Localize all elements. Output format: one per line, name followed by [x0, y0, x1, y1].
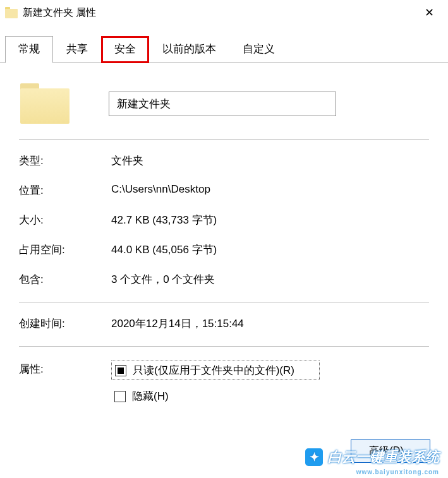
attributes-label: 属性:: [19, 361, 111, 403]
contains-value: 3 个文件，0 个文件夹: [111, 272, 429, 287]
tab-general[interactable]: 常规: [5, 36, 53, 63]
created-value: 2020年12月14日，15:15:44: [111, 316, 429, 331]
row-attributes: 属性: 只读(仅应用于文件夹中的文件)(R) 隐藏(H): [19, 361, 429, 403]
watermark-icon: ✦: [305, 448, 323, 466]
hidden-checkbox-row[interactable]: 隐藏(H): [114, 389, 429, 403]
close-icon: ✕: [425, 6, 434, 20]
ondisk-label: 占用空间:: [19, 242, 111, 257]
tab-security[interactable]: 安全: [101, 36, 149, 63]
window-title: 新建文件夹 属性: [23, 6, 96, 20]
tab-customize[interactable]: 自定义: [229, 36, 288, 63]
separator: [19, 139, 429, 140]
row-created: 创建时间: 2020年12月14日，15:15:44: [19, 316, 429, 331]
ondisk-value: 44.0 KB (45,056 字节): [111, 242, 429, 257]
tab-bar: 常规 共享 安全 以前的版本 自定义: [0, 35, 448, 63]
separator: [19, 302, 429, 302]
folder-name-input[interactable]: 新建文件夹: [109, 92, 336, 116]
type-value: 文件夹: [111, 153, 429, 168]
tab-previous-versions[interactable]: 以前的版本: [149, 36, 229, 63]
close-button[interactable]: ✕: [415, 3, 443, 22]
watermark-sub: www.baiyunxitong.com: [356, 469, 439, 475]
row-size: 大小: 42.7 KB (43,733 字节): [19, 213, 429, 227]
row-contains: 包含: 3 个文件，0 个文件夹: [19, 272, 429, 287]
location-value: C:\Users\nn\Desktop: [111, 183, 429, 198]
tab-sharing[interactable]: 共享: [53, 36, 101, 63]
checkbox-tristate-icon: [115, 365, 126, 376]
row-size-on-disk: 占用空间: 44.0 KB (45,056 字节): [19, 242, 429, 257]
readonly-label: 只读(仅应用于文件夹中的文件)(R): [133, 363, 294, 378]
size-value: 42.7 KB (43,733 字节): [111, 213, 429, 227]
title-bar: 新建文件夹 属性 ✕: [0, 0, 448, 24]
advanced-button[interactable]: 高级(D)...: [351, 439, 430, 463]
created-label: 创建时间:: [19, 316, 111, 331]
contains-label: 包含:: [19, 272, 111, 287]
type-label: 类型:: [19, 153, 111, 168]
folder-large-icon: [20, 83, 70, 124]
size-label: 大小:: [19, 213, 111, 227]
location-label: 位置:: [19, 183, 111, 198]
tab-content: 新建文件夹 类型: 文件夹 位置: C:\Users\nn\Desktop 大小…: [0, 63, 448, 410]
checkbox-empty-icon: [114, 391, 126, 402]
name-row: 新建文件夹: [19, 75, 429, 136]
separator: [19, 346, 429, 347]
row-type: 类型: 文件夹: [19, 153, 429, 168]
row-location: 位置: C:\Users\nn\Desktop: [19, 183, 429, 198]
folder-icon: [5, 7, 18, 18]
hidden-label: 隐藏(H): [132, 389, 169, 403]
readonly-checkbox-row[interactable]: 只读(仅应用于文件夹中的文件)(R): [111, 361, 320, 380]
